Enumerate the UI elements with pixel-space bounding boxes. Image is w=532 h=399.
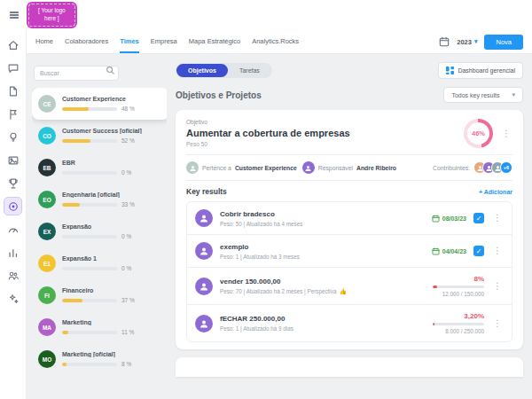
nav-empresa[interactable]: Empresa: [151, 30, 177, 53]
home-icon[interactable]: [4, 35, 22, 54]
kebab-menu-icon[interactable]: ⋮: [491, 280, 504, 293]
team-avatar: CE: [38, 95, 56, 113]
team-progress-bar: [62, 267, 117, 270]
nav-analytics-rocks[interactable]: Analytics.Rocks: [252, 30, 299, 53]
user-avatar: [195, 209, 213, 227]
chat-icon[interactable]: [4, 59, 22, 77]
team-name: Expansão: [62, 223, 160, 230]
team-name: Customer Success [oficial]: [62, 128, 160, 134]
team-name: Marketing [oficial]: [62, 351, 160, 357]
tab-tarefas[interactable]: Tarefas: [228, 64, 271, 77]
team-item-financeiro[interactable]: FI Financeiro 37 %: [32, 279, 167, 311]
year-selector[interactable]: 2023 ▾: [457, 38, 477, 46]
team-avatar: MO: [38, 350, 56, 368]
trophy-icon[interactable]: [4, 174, 22, 192]
checkbox-checked[interactable]: ✓: [473, 213, 484, 223]
page-title: Objetivos e Projetos: [176, 90, 262, 100]
due-date: 08/03/23: [432, 215, 466, 223]
logo-text-line2: here ]: [38, 15, 66, 23]
key-result-meta: Peso: 1 | Atualizado há 3 meses: [220, 254, 425, 260]
kebab-menu-icon[interactable]: ⋮: [491, 317, 504, 330]
key-result-row[interactable]: exemplo Peso: 1 | Atualizado há 3 meses …: [187, 235, 512, 268]
contributors-more-badge[interactable]: +6: [500, 161, 512, 174]
people-icon[interactable]: [4, 266, 22, 285]
key-result-progress-bar: [433, 323, 484, 325]
team-name: Financeiro: [62, 287, 160, 293]
add-key-result-link[interactable]: + Adicionar: [479, 189, 512, 195]
key-results-header: Key results: [186, 187, 227, 196]
next-objective-card-partial[interactable]: [176, 357, 523, 377]
nav-times[interactable]: Times: [120, 30, 139, 53]
flag-icon[interactable]: [4, 105, 22, 123]
dashboard-gerencial-button[interactable]: Dashboard gerencial: [438, 62, 523, 79]
report-chart-icon[interactable]: [4, 243, 22, 262]
team-item-marketing[interactable]: MA Marketing 11 %: [32, 311, 167, 343]
owner-group[interactable]: Responsável Andre Ribeiro: [302, 161, 396, 174]
team-name: EBR: [62, 160, 160, 166]
team-progress-percent: 0 %: [121, 265, 131, 271]
due-date: 04/04/23: [432, 247, 466, 255]
contributors-group: Contribuintes: +6: [433, 161, 512, 174]
key-result-title: fECHAR 250.000,00: [220, 315, 426, 323]
idea-icon[interactable]: [4, 128, 22, 146]
check-icon: ✓: [476, 215, 482, 223]
view-toggle: Objetivos Tarefas: [176, 63, 272, 78]
objectives-icon[interactable]: [4, 197, 22, 215]
due-date-value: 04/04/23: [442, 248, 466, 254]
main-panel: Objetivos Tarefas Dashboard gerencial Ob…: [176, 61, 523, 399]
key-result-meta: Peso: 70 | Atualizado há 2 meses | Persp…: [220, 288, 336, 294]
company-logo[interactable]: [ Your logo here ]: [28, 4, 75, 27]
kebab-menu-icon[interactable]: ⋮: [500, 128, 512, 140]
team-progress-percent: 0 %: [121, 169, 131, 176]
team-name: Customer Experience: [62, 96, 163, 102]
checkbox-checked[interactable]: ✓: [473, 246, 484, 256]
team-item-engenharia[interactable]: EO Engenharia [oficial] 33 %: [32, 184, 167, 215]
kebab-menu-icon[interactable]: ⋮: [491, 212, 504, 224]
search-icon: [106, 66, 115, 75]
magic-sparkles-icon[interactable]: [4, 289, 22, 308]
user-avatar: [195, 242, 213, 260]
belongs-to-group[interactable]: Pertence a Customer Experience: [186, 161, 297, 174]
main-navigation: Home Colaboradores Times Empresa Mapa Es…: [27, 30, 532, 54]
chevron-down-icon: ▾: [512, 91, 515, 98]
objective-kind-label: Objetivo: [186, 119, 350, 125]
objective-title[interactable]: Aumentar a cobertura de empresas: [186, 128, 350, 138]
key-result-title: Cobrir bradesco: [220, 210, 425, 218]
team-avatar: FI: [38, 286, 56, 304]
divider: [186, 180, 512, 181]
kebab-menu-icon[interactable]: ⋮: [491, 245, 504, 257]
hamburger-menu-icon[interactable]: [7, 8, 21, 22]
key-result-progress: 3,20% 8.000 / 250.000: [433, 312, 484, 334]
contributors-label: Contribuintes:: [433, 165, 470, 171]
belongs-value: Customer Experience: [235, 165, 297, 171]
objective-progress-value: 46%: [472, 129, 485, 137]
gallery-icon[interactable]: [4, 151, 22, 169]
key-result-row[interactable]: Cobrir bradesco Peso: 50 | Atualizado há…: [187, 202, 512, 235]
app-window: [ Your logo here ] Home Colaboradores: [0, 0, 532, 399]
key-result-fraction: 12.000 / 150.000: [442, 291, 484, 297]
team-item-customer-success[interactable]: CO Customer Success [oficial] 52 %: [32, 120, 167, 152]
document-icon[interactable]: [4, 82, 22, 100]
icon-sidebar: [0, 30, 27, 399]
team-item-marketing-oficial[interactable]: MO Marketing [oficial] 8 %: [32, 343, 167, 375]
nav-home[interactable]: Home: [35, 30, 53, 53]
key-result-row[interactable]: vender 150.000,00 Peso: 70 | Atualizado …: [187, 268, 512, 305]
nav-colaboradores[interactable]: Colaboradores: [65, 30, 108, 53]
team-name: Engenharia [oficial]: [62, 192, 160, 198]
new-objective-button[interactable]: Nova: [484, 35, 523, 50]
gauge-icon[interactable]: [4, 220, 22, 239]
key-result-row[interactable]: fECHAR 250.000,00 Peso: 1 | Atualizado h…: [187, 305, 512, 341]
key-results-filter-select[interactable]: Todos key results ▾: [443, 87, 523, 103]
team-item-expansao-1[interactable]: E1 Expansão 1 0 %: [32, 247, 167, 279]
key-result-title: exemplo: [220, 243, 425, 251]
tab-objetivos[interactable]: Objetivos: [176, 64, 228, 77]
key-result-title: vender 150.000,00: [220, 278, 426, 286]
check-icon: ✓: [476, 247, 482, 255]
team-item-expansao[interactable]: EX Expansão 0 %: [32, 215, 167, 247]
team-item-customer-experience[interactable]: CE Customer Experience 48 %: [32, 88, 167, 120]
dashboard-icon: [446, 66, 454, 74]
teams-panel: CE Customer Experience 48 % CO: [32, 61, 167, 399]
team-item-ebr[interactable]: EB EBR 0 %: [32, 152, 167, 184]
nav-mapa-estrategico[interactable]: Mapa Estratégico: [189, 30, 240, 53]
calendar-icon[interactable]: [439, 36, 450, 47]
